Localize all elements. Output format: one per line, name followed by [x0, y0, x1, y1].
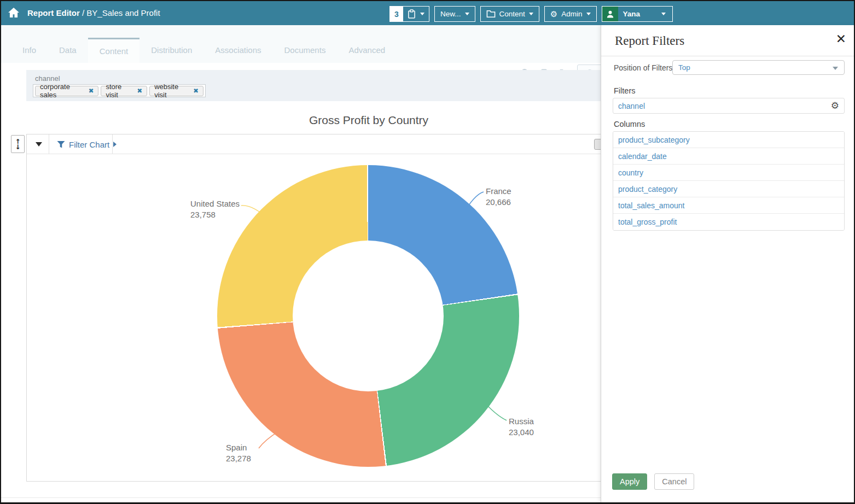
collapse-caret-icon[interactable]	[36, 142, 42, 146]
tab-data[interactable]: Data	[48, 38, 88, 63]
panel-title: Report Filters	[615, 34, 684, 48]
paste-button-group[interactable]: 3	[389, 6, 429, 22]
column-item-product-subcategory[interactable]: product_subcategory	[613, 132, 844, 148]
content-button-label: Content	[499, 10, 525, 18]
gear-icon: ⚙	[550, 9, 557, 19]
column-item-calendar-date[interactable]: calendar_date	[613, 148, 844, 165]
filter-settings-gear-icon[interactable]: ⚙	[831, 101, 839, 110]
column-item-total-gross-profit[interactable]: total_gross_profit	[613, 214, 844, 230]
top-header-bar: Report Editor / BY_Sales and Profit 3 Ne…	[0, 0, 855, 25]
arrow-down-icon: ↓	[15, 144, 20, 150]
filter-chip[interactable]: store visit ✖	[101, 86, 147, 96]
home-icon	[8, 7, 20, 18]
column-item-product-category[interactable]: product_category	[613, 181, 844, 197]
position-of-filters-select[interactable]: Top	[672, 60, 845, 75]
column-label: calendar_date	[618, 152, 667, 161]
tab-advanced[interactable]: Advanced	[337, 38, 397, 63]
column-label: country	[618, 168, 643, 177]
paste-count-badge: 3	[390, 7, 403, 21]
filters-section-label: Filters	[614, 86, 635, 95]
pie-label-value: 23,278	[226, 453, 251, 464]
chart-resize-handle[interactable]: ↑ ↓	[11, 135, 25, 153]
filter-chart-label: Filter Chart	[69, 140, 109, 149]
column-label: product_subcategory	[618, 136, 690, 144]
clipboard-icon	[408, 9, 416, 19]
pie-label-value: 23,040	[509, 427, 534, 438]
avatar	[602, 7, 618, 21]
report-filters-panel: Report Filters ✕ Position of Filters Top…	[601, 25, 855, 504]
person-icon	[606, 9, 615, 19]
pie-label-value: 20,666	[486, 197, 511, 208]
tab-content[interactable]: Content	[88, 38, 140, 63]
funnel-icon	[57, 140, 65, 149]
folder-icon	[486, 10, 496, 18]
expand-caret-icon	[113, 142, 117, 147]
filter-group-label: channel	[35, 74, 60, 83]
new-menu-button[interactable]: New...	[434, 6, 475, 22]
new-button-label: New...	[440, 10, 461, 18]
breadcrumb-app-title: Report Editor	[27, 8, 80, 17]
filter-chip[interactable]: website visit ✖	[149, 86, 203, 96]
cancel-button[interactable]: Cancel	[654, 473, 694, 490]
tab-distribution[interactable]: Distribution	[139, 38, 203, 63]
toolbar-divider	[112, 134, 113, 154]
column-label: total_gross_profit	[618, 218, 677, 226]
apply-button[interactable]: Apply	[612, 473, 647, 490]
paste-dropdown-caret-icon[interactable]	[420, 13, 424, 15]
chip-remove-icon[interactable]: ✖	[89, 87, 94, 95]
breadcrumb-report-name: BY_Sales and Profit	[86, 8, 160, 17]
pie-label-russia: Russia 23,040	[509, 416, 534, 438]
chip-label: corporate sales	[40, 83, 85, 99]
user-dropdown-caret-icon	[661, 13, 666, 15]
donut-hole	[293, 241, 444, 391]
pie-label-value: 23,758	[190, 209, 240, 220]
filter-chips-container[interactable]: corporate sales ✖ store visit ✖ website …	[33, 84, 206, 97]
columns-section-label: Columns	[614, 120, 645, 128]
column-item-total-sales-amount[interactable]: total_sales_amount	[613, 197, 844, 214]
user-name-label: Yana	[618, 10, 641, 18]
chip-remove-icon[interactable]: ✖	[137, 87, 142, 95]
chip-label: store visit	[106, 83, 133, 99]
home-button[interactable]	[7, 5, 21, 20]
panel-header: Report Filters ✕	[601, 25, 855, 56]
toolbar-divider	[49, 134, 49, 154]
filter-chip[interactable]: corporate sales ✖	[35, 86, 98, 96]
filter-chart-button[interactable]: Filter Chart	[57, 134, 117, 154]
breadcrumb: Report Editor / BY_Sales and Profit	[27, 8, 160, 17]
admin-menu-button[interactable]: ⚙ Admin	[544, 6, 597, 22]
tab-associations[interactable]: Associations	[203, 38, 272, 63]
pie-label-name: Spain	[226, 442, 251, 453]
column-item-country[interactable]: country	[613, 165, 844, 181]
position-of-filters-label: Position of Filters	[614, 63, 672, 72]
admin-dropdown-caret-icon	[586, 13, 591, 15]
tab-info[interactable]: Info	[11, 38, 48, 63]
content-dropdown-caret-icon	[529, 13, 533, 15]
pie-label-france: France 20,666	[486, 186, 511, 208]
pie-label-name: France	[486, 186, 511, 197]
breadcrumb-separator: /	[82, 8, 84, 17]
column-label: product_category	[618, 185, 677, 194]
chip-remove-icon[interactable]: ✖	[193, 87, 199, 95]
select-caret-icon	[833, 67, 838, 70]
filter-item-channel[interactable]: channel ⚙	[613, 98, 845, 114]
pie-label-united-states: United States 23,758	[190, 198, 240, 220]
position-selected-value: Top	[678, 63, 690, 72]
chip-label: website visit	[154, 83, 189, 99]
close-icon[interactable]: ✕	[836, 32, 846, 46]
content-menu-button[interactable]: Content	[480, 6, 539, 22]
position-of-filters-row: Position of Filters Top	[614, 63, 672, 72]
panel-buttons: Apply Cancel	[612, 473, 694, 490]
column-label: total_sales_amount	[618, 201, 684, 210]
tab-documents[interactable]: Documents	[273, 38, 338, 63]
user-menu-button[interactable]: Yana	[602, 6, 673, 22]
filter-item-label: channel	[618, 102, 645, 110]
new-dropdown-caret-icon	[465, 13, 469, 15]
pie-label-spain: Spain 23,278	[226, 442, 251, 464]
pie-label-name: United States	[190, 198, 240, 209]
pie-label-name: Russia	[509, 416, 534, 427]
columns-list: product_subcategory calendar_date countr…	[613, 131, 845, 231]
admin-button-label: Admin	[561, 10, 582, 18]
